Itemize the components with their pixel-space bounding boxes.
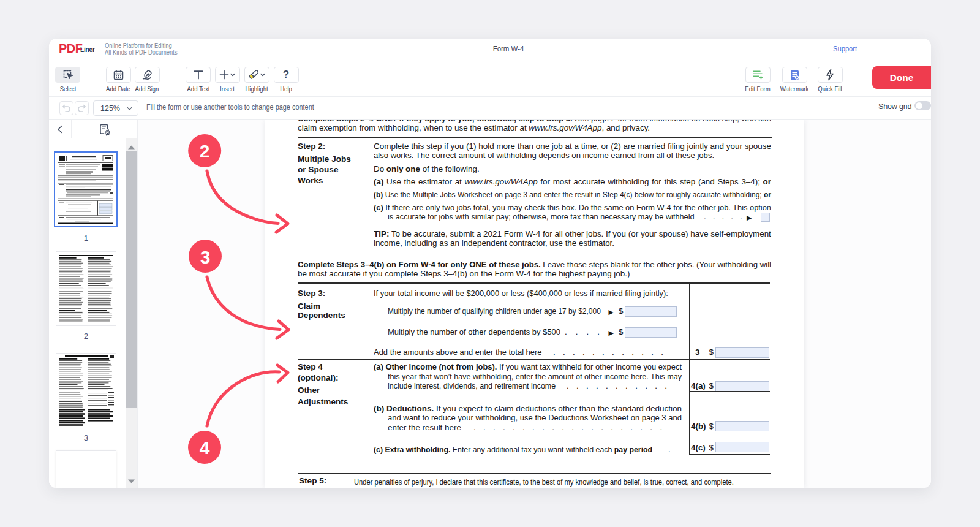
svg-text:4: 4 [200, 438, 210, 458]
svg-text:2: 2 [200, 141, 210, 161]
svg-text:3: 3 [200, 247, 211, 267]
